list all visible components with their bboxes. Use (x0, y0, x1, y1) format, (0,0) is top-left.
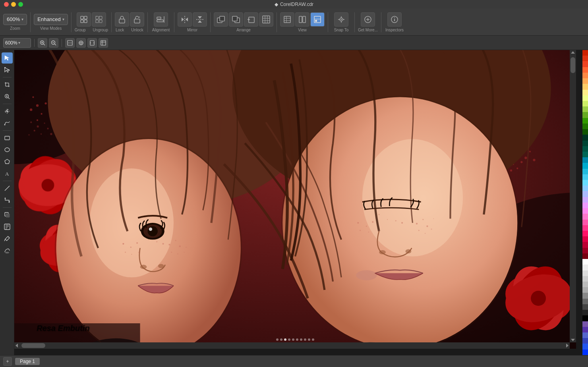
palette-color-swatch[interactable] (582, 67, 588, 73)
zoom-fit-button[interactable] (76, 38, 86, 48)
vscroll-thumb[interactable] (571, 57, 575, 73)
group-button[interactable] (77, 12, 91, 27)
palette-color-swatch[interactable] (582, 203, 588, 208)
palette-color-swatch[interactable] (582, 265, 588, 270)
alignment-button[interactable] (154, 12, 168, 27)
effects-tool[interactable] (2, 221, 13, 232)
palette-color-swatch[interactable] (582, 106, 588, 112)
palette-color-swatch[interactable] (582, 180, 588, 185)
palette-color-swatch[interactable] (582, 225, 588, 231)
palette-color-swatch[interactable] (582, 248, 588, 253)
shadow-tool[interactable] (2, 209, 13, 220)
palette-color-swatch[interactable] (582, 78, 588, 84)
canvas-area[interactable]: Resa Embutin (14, 50, 582, 355)
palette-color-swatch[interactable] (582, 56, 588, 61)
palette-color-swatch[interactable] (582, 118, 588, 124)
arrange-btn-2[interactable] (229, 12, 243, 27)
view-btn-1[interactable] (280, 12, 294, 27)
palette-color-swatch[interactable] (582, 124, 588, 129)
arrange-btn-1[interactable] (214, 12, 228, 27)
palette-color-swatch[interactable] (582, 101, 588, 106)
palette-color-swatch[interactable] (582, 321, 588, 327)
palette-color-swatch[interactable] (582, 287, 588, 293)
snap-to-button[interactable] (334, 12, 348, 27)
minimize-button[interactable] (11, 2, 16, 7)
palette-color-swatch[interactable] (582, 304, 588, 310)
palette-color-swatch[interactable] (582, 152, 588, 157)
palette-color-swatch[interactable] (582, 157, 588, 163)
horizontal-scrollbar[interactable] (14, 342, 570, 349)
view-btn-2[interactable] (295, 12, 309, 27)
get-more-button[interactable] (361, 12, 375, 27)
fill-tool[interactable] (2, 245, 13, 256)
palette-color-swatch[interactable] (582, 270, 588, 276)
palette-color-swatch[interactable] (582, 332, 588, 338)
palette-color-swatch[interactable] (582, 141, 588, 146)
palette-color-swatch[interactable] (582, 169, 588, 174)
palette-color-swatch[interactable] (582, 146, 588, 152)
select-tool[interactable] (2, 52, 13, 64)
palette-color-swatch[interactable] (582, 95, 588, 101)
palette-color-swatch[interactable] (582, 208, 588, 214)
vertical-scrollbar[interactable] (570, 50, 576, 342)
pan-tool[interactable] (2, 106, 13, 117)
mirror-v-button[interactable] (193, 12, 207, 27)
text-tool[interactable]: A (2, 168, 13, 179)
palette-color-swatch[interactable] (582, 61, 588, 67)
palette-color-swatch[interactable] (582, 259, 588, 265)
ellipse-tool[interactable] (2, 144, 13, 155)
palette-color-swatch[interactable] (582, 129, 588, 135)
page-tab[interactable]: Page 1 (15, 358, 40, 365)
palette-color-swatch[interactable] (582, 253, 588, 259)
palette-color-swatch[interactable] (582, 231, 588, 236)
palette-color-swatch[interactable] (582, 276, 588, 282)
close-button[interactable] (4, 2, 9, 7)
palette-color-swatch[interactable] (582, 214, 588, 219)
rect-tool[interactable] (2, 132, 13, 143)
inspectors-button[interactable] (387, 12, 402, 27)
palette-color-swatch[interactable] (582, 135, 588, 140)
arrange-btn-3[interactable] (244, 12, 258, 27)
palette-color-swatch[interactable] (582, 220, 588, 225)
palette-color-swatch[interactable] (582, 344, 588, 349)
palette-color-swatch[interactable] (582, 327, 588, 332)
palette-color-swatch[interactable] (582, 310, 588, 315)
crop-tool[interactable] (2, 79, 13, 90)
palette-color-swatch[interactable] (582, 191, 588, 197)
palette-color-swatch[interactable] (582, 242, 588, 247)
view-btn-3[interactable] (310, 12, 325, 27)
connector-tool[interactable] (2, 195, 13, 206)
add-page-button[interactable]: + (3, 357, 12, 366)
zoom-prev-button[interactable] (65, 38, 75, 48)
maximize-button[interactable] (18, 2, 23, 7)
palette-color-swatch[interactable] (582, 163, 588, 168)
mirror-h-button[interactable] (178, 12, 192, 27)
palette-color-swatch[interactable] (582, 236, 588, 242)
line-tool[interactable] (2, 183, 13, 194)
palette-color-swatch[interactable] (582, 174, 588, 180)
eyedropper-tool[interactable] (2, 233, 13, 244)
palette-color-swatch[interactable] (582, 197, 588, 203)
arrange-btn-4[interactable] (259, 12, 273, 27)
freehand-tool[interactable] (2, 118, 13, 129)
unlock-button[interactable] (130, 12, 144, 27)
ungroup-button[interactable] (92, 12, 106, 27)
palette-color-swatch[interactable] (582, 185, 588, 191)
palette-color-swatch[interactable] (582, 90, 588, 95)
palette-color-swatch[interactable] (582, 73, 588, 78)
palette-color-swatch[interactable] (582, 84, 588, 89)
palette-color-swatch[interactable] (582, 315, 588, 321)
zoom-input[interactable]: 600% ▾ (3, 38, 31, 48)
zoom-out-button[interactable] (49, 38, 58, 48)
zoom-dropdown[interactable]: 600% ▾ (3, 14, 27, 25)
zoom-all-button[interactable] (99, 38, 108, 48)
node-tool[interactable] (2, 64, 13, 75)
palette-color-swatch[interactable] (582, 299, 588, 304)
palette-color-swatch[interactable] (582, 293, 588, 298)
zoom-page-button[interactable] (87, 38, 97, 48)
palette-color-swatch[interactable] (582, 350, 588, 355)
palette-color-swatch[interactable] (582, 112, 588, 118)
lock-button[interactable] (115, 12, 129, 27)
palette-color-swatch[interactable] (582, 338, 588, 344)
polygon-tool[interactable] (2, 156, 13, 167)
